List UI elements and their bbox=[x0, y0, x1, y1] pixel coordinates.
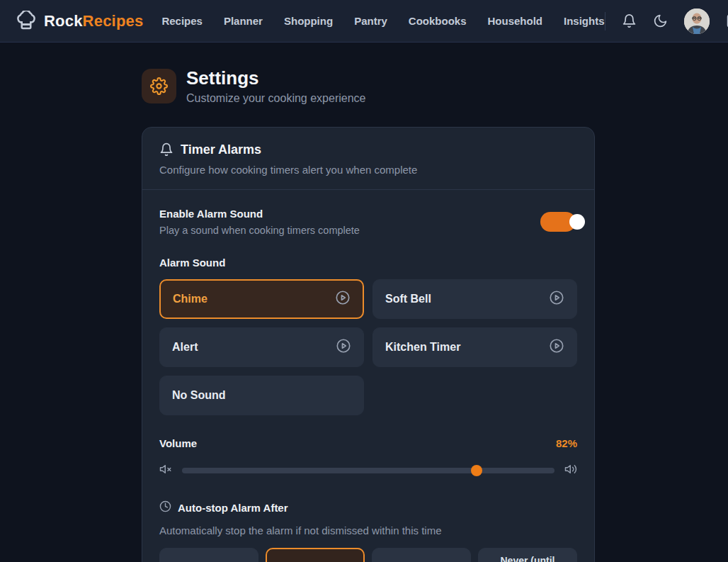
page-title: Settings bbox=[186, 68, 365, 89]
user-avatar[interactable] bbox=[684, 9, 710, 34]
alarm-sound-label: Alarm Sound bbox=[159, 257, 577, 269]
volume-section: Volume 82% bbox=[159, 437, 577, 478]
nav-item-recipes[interactable]: Recipes bbox=[161, 15, 203, 27]
autostop-option-5-minutes[interactable]: 5 minutes bbox=[266, 548, 365, 562]
autostop-description: Automatically stop the alarm if not dism… bbox=[159, 524, 577, 536]
volume-high-icon bbox=[564, 463, 577, 478]
timer-alarms-card: Timer Alarms Configure how cooking timer… bbox=[142, 127, 595, 562]
sound-option-chime[interactable]: Chime bbox=[159, 279, 364, 319]
enable-alarm-label: Enable Alarm Sound bbox=[159, 208, 360, 220]
page-subtitle: Customize your cooking experience bbox=[186, 92, 365, 105]
sound-option-kitchen-timer[interactable]: Kitchen Timer bbox=[372, 327, 577, 367]
autostop-section: Auto-stop Alarm After Automatically stop… bbox=[159, 500, 577, 562]
page-header-text: Settings Customize your cooking experien… bbox=[186, 68, 365, 105]
alarm-sound-section: Alarm Sound Chime Soft Bell bbox=[159, 257, 577, 415]
nav-item-shopping[interactable]: Shopping bbox=[284, 15, 333, 27]
brand-name: RockRecipes bbox=[44, 12, 143, 30]
play-preview-icon[interactable] bbox=[335, 290, 351, 308]
brand-name-part1: Rock bbox=[44, 12, 83, 30]
volume-slider[interactable] bbox=[182, 468, 554, 473]
enable-alarm-text: Enable Alarm Sound Play a sound when coo… bbox=[159, 208, 360, 236]
autostop-option-never[interactable]: Never (until dismissed) bbox=[478, 548, 577, 562]
header-divider bbox=[605, 12, 605, 30]
alarm-bell-icon bbox=[159, 142, 174, 157]
autostop-option-1-minute[interactable]: 1 minute bbox=[159, 548, 258, 562]
settings-page: Settings Customize your cooking experien… bbox=[142, 68, 595, 562]
enable-alarm-toggle[interactable] bbox=[540, 212, 576, 232]
brand-logo[interactable]: RockRecipes bbox=[16, 11, 143, 32]
autostop-option-15-minutes[interactable]: 15 minutes bbox=[372, 548, 471, 562]
volume-slider-thumb[interactable] bbox=[471, 465, 482, 476]
chef-hat-icon bbox=[16, 11, 37, 32]
logout-icon[interactable] bbox=[726, 13, 728, 28]
moon-icon[interactable] bbox=[653, 13, 668, 28]
bell-icon[interactable] bbox=[622, 13, 637, 28]
page-header: Settings Customize your cooking experien… bbox=[142, 68, 595, 105]
sound-option-label: No Sound bbox=[172, 389, 226, 402]
play-preview-icon[interactable] bbox=[549, 290, 564, 308]
play-preview-icon[interactable] bbox=[336, 338, 351, 356]
enable-alarm-description: Play a sound when cooking timers complet… bbox=[159, 225, 360, 236]
autostop-options: 1 minute 5 minutes 15 minutes Never (unt… bbox=[159, 548, 577, 562]
sound-option-label: Alert bbox=[172, 341, 198, 354]
nav-item-planner[interactable]: Planner bbox=[224, 15, 263, 27]
nav-item-insights[interactable]: Insights bbox=[564, 15, 605, 27]
sound-option-no-sound[interactable]: No Sound bbox=[159, 376, 364, 415]
header-actions bbox=[605, 9, 728, 34]
nav-item-pantry[interactable]: Pantry bbox=[354, 15, 387, 27]
sound-option-alert[interactable]: Alert bbox=[159, 327, 364, 367]
volume-slider-row bbox=[159, 463, 577, 478]
card-title: Timer Alarms bbox=[181, 142, 261, 157]
autostop-label: Auto-stop Alarm After bbox=[178, 502, 288, 514]
brand-name-part2: Recipes bbox=[83, 12, 144, 30]
volume-value: 82% bbox=[556, 437, 577, 449]
volume-mute-icon bbox=[159, 463, 172, 478]
sound-option-soft-bell[interactable]: Soft Bell bbox=[372, 279, 577, 319]
card-subtitle: Configure how cooking timers alert you w… bbox=[159, 164, 577, 176]
card-header: Timer Alarms Configure how cooking timer… bbox=[142, 128, 594, 190]
main-nav: Recipes Planner Shopping Pantry Cookbook… bbox=[161, 15, 604, 27]
nav-item-cookbooks[interactable]: Cookbooks bbox=[409, 15, 467, 27]
app-header: RockRecipes Recipes Planner Shopping Pan… bbox=[0, 0, 728, 43]
sound-option-label: Soft Bell bbox=[385, 293, 431, 305]
sound-option-label: Chime bbox=[173, 293, 207, 305]
nav-item-household[interactable]: Household bbox=[488, 15, 543, 27]
volume-label: Volume bbox=[159, 437, 197, 449]
sound-option-label: Kitchen Timer bbox=[385, 341, 460, 354]
enable-alarm-row: Enable Alarm Sound Play a sound when coo… bbox=[159, 208, 577, 236]
gear-icon bbox=[142, 69, 176, 103]
alarm-sound-grid: Chime Soft Bell bbox=[159, 279, 577, 415]
clock-icon bbox=[159, 500, 171, 515]
card-body: Enable Alarm Sound Play a sound when coo… bbox=[142, 190, 594, 562]
toggle-knob bbox=[569, 214, 585, 230]
play-preview-icon[interactable] bbox=[549, 338, 564, 356]
